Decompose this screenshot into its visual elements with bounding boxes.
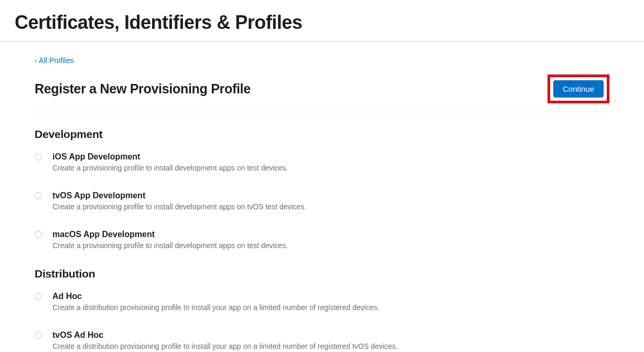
section-heading-distribution: Distribution bbox=[35, 268, 609, 280]
radio-icon[interactable] bbox=[35, 332, 42, 339]
radio-icon[interactable] bbox=[35, 153, 42, 161]
option-desc: Create a provisioning profile to install… bbox=[52, 241, 609, 250]
option-title: iOS App Development bbox=[52, 152, 609, 162]
option-desc: Create a provisioning profile to install… bbox=[52, 164, 609, 172]
continue-button[interactable]: Continue bbox=[553, 80, 604, 98]
option-desc: Create a distribution provisioning profi… bbox=[52, 303, 609, 312]
radio-icon[interactable] bbox=[35, 293, 42, 300]
option-ios-app-development[interactable]: iOS App Development Create a provisionin… bbox=[35, 150, 609, 174]
option-ad-hoc[interactable]: Ad Hoc Create a distribution provisionin… bbox=[35, 290, 609, 314]
register-heading: Register a New Provisioning Profile bbox=[35, 81, 251, 97]
option-desc: Create a distribution provisioning profi… bbox=[52, 342, 609, 350]
back-all-profiles-link[interactable]: ‹ All Profiles bbox=[35, 56, 73, 65]
option-title: Ad Hoc bbox=[52, 292, 609, 301]
option-title: tvOS App Development bbox=[52, 191, 609, 200]
option-title: macOS App Development bbox=[52, 230, 609, 239]
section-heading-development: Development bbox=[35, 128, 609, 141]
back-link-label: All Profiles bbox=[39, 56, 73, 65]
continue-highlight: Continue bbox=[548, 74, 609, 103]
page-title: Certificates, Identifiers & Profiles bbox=[0, 0, 644, 41]
option-macos-app-development[interactable]: macOS App Development Create a provision… bbox=[35, 228, 609, 252]
option-desc: Create a provisioning profile to install… bbox=[52, 202, 609, 211]
option-title: tvOS Ad Hoc bbox=[52, 330, 609, 340]
option-tvos-ad-hoc[interactable]: tvOS Ad Hoc Create a distribution provis… bbox=[35, 328, 609, 353]
radio-icon[interactable] bbox=[35, 231, 42, 238]
radio-icon[interactable] bbox=[35, 192, 42, 199]
option-tvos-app-development[interactable]: tvOS App Development Create a provisioni… bbox=[35, 189, 609, 213]
chevron-left-icon: ‹ bbox=[35, 57, 37, 65]
